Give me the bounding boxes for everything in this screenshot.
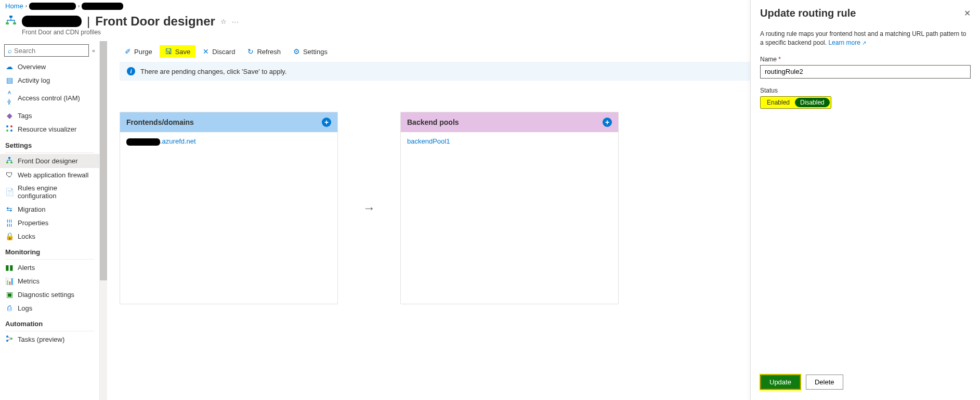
sidebar-item-alerts[interactable]: ▮▮Alerts xyxy=(0,261,99,274)
sidebar-item-label: Front Door designer xyxy=(18,157,78,165)
visualizer-icon xyxy=(5,125,14,134)
sidebar-item-tasks[interactable]: Tasks (preview) xyxy=(0,332,99,346)
discard-button[interactable]: ✕Discard xyxy=(198,45,240,58)
log-icon: ▤ xyxy=(5,76,14,84)
panel-title: Update routing rule xyxy=(760,7,856,19)
arrow-right-icon: → xyxy=(359,112,380,304)
page-title: Front Door designer xyxy=(95,14,215,29)
sidebar-item-label: Activity log xyxy=(18,76,50,84)
svg-point-6 xyxy=(10,130,12,132)
status-disabled-option[interactable]: Disabled xyxy=(795,98,830,107)
info-icon: i xyxy=(127,67,135,75)
metrics-icon: 📊 xyxy=(5,277,14,285)
svg-rect-7 xyxy=(8,157,10,159)
cmd-label: Settings xyxy=(303,48,328,56)
frontend-item[interactable]: .azurefd.net xyxy=(126,137,196,145)
panel-footer: Update Delete xyxy=(760,375,843,390)
favorite-star-icon[interactable]: ☆ xyxy=(220,18,227,25)
firewall-icon: 🛡 xyxy=(5,171,14,179)
svg-point-4 xyxy=(10,125,12,127)
sidebar-item-label: Tags xyxy=(18,112,32,120)
sidebar-item-label: Alerts xyxy=(18,264,35,272)
status-label: Status xyxy=(760,87,971,94)
rules-icon: 📄 xyxy=(5,188,14,196)
sidebar-item-rules-engine[interactable]: 📄Rules engine configuration xyxy=(0,182,99,202)
frontend-redacted xyxy=(126,138,160,146)
svg-rect-9 xyxy=(10,162,12,163)
resource-icon xyxy=(5,15,17,28)
sidebar-item-metrics[interactable]: 📊Metrics xyxy=(0,274,99,288)
logs-icon: ⎙ xyxy=(5,304,14,312)
frontends-card-header: Frontends/domains + xyxy=(120,112,337,132)
search-input[interactable] xyxy=(14,47,85,55)
collapse-sidebar-icon[interactable]: « xyxy=(92,47,95,54)
refresh-button[interactable]: ↻Refresh xyxy=(242,45,286,58)
scrollbar-thumb[interactable] xyxy=(100,41,107,280)
refresh-icon: ↻ xyxy=(247,47,254,56)
learn-more-text: Learn more xyxy=(828,39,860,46)
sidebar-item-label: Overview xyxy=(18,63,46,71)
divider xyxy=(5,152,94,153)
sidebar-item-diagnostic[interactable]: ▣Diagnostic settings xyxy=(0,288,99,301)
sidebar-group-automation: Automation xyxy=(0,315,99,330)
banner-text: There are pending changes, click 'Save' … xyxy=(140,68,287,75)
lock-icon: 🔒 xyxy=(5,232,14,240)
name-label: Name * xyxy=(760,56,971,63)
close-panel-button[interactable]: ✕ xyxy=(964,8,971,18)
backend-item[interactable]: backendPool1 xyxy=(407,137,450,145)
sidebar-item-locks[interactable]: 🔒Locks xyxy=(0,229,99,243)
sidebar-item-migration[interactable]: ⇆Migration xyxy=(0,202,99,216)
status-field: Status Enabled Disabled xyxy=(760,87,971,109)
sidebar-item-activity-log[interactable]: ▤Activity log xyxy=(0,73,99,87)
chevron-right-icon: › xyxy=(78,3,80,9)
update-button[interactable]: Update xyxy=(760,375,801,390)
panel-description: A routing rule maps your frontend host a… xyxy=(760,30,971,47)
sidebar-item-overview[interactable]: ☁Overview xyxy=(0,60,99,73)
learn-more-link[interactable]: Learn more ↗ xyxy=(828,39,866,46)
diagnostic-icon: ▣ xyxy=(5,290,14,299)
sidebar-scrollbar[interactable] xyxy=(100,41,107,400)
sidebar-item-properties[interactable]: ¦¦¦Properties xyxy=(0,216,99,229)
sidebar-item-label: Access control (IAM) xyxy=(18,94,80,102)
frontends-card: Frontends/domains + .azurefd.net xyxy=(120,112,338,304)
sidebar-item-front-door-designer[interactable]: Front Door designer xyxy=(0,154,99,168)
breadcrumb-home[interactable]: Home xyxy=(5,2,23,10)
svg-rect-1 xyxy=(6,22,9,24)
svg-rect-8 xyxy=(6,162,8,163)
sidebar-item-resource-visualizer[interactable]: Resource visualizer xyxy=(0,122,99,136)
card-title: Frontends/domains xyxy=(126,118,194,126)
delete-button[interactable]: Delete xyxy=(806,375,843,390)
sidebar-group-monitoring: Monitoring xyxy=(0,243,99,258)
cmd-label: Save xyxy=(175,48,191,56)
backends-card-body: backendPool1 xyxy=(401,132,618,150)
routing-rule-panel: Update routing rule ✕ A routing rule map… xyxy=(750,0,980,400)
backends-card-header: Backend pools + xyxy=(401,112,618,132)
sidebar-search[interactable]: ⌕ xyxy=(4,44,89,57)
sidebar-item-waf[interactable]: 🛡Web application firewall xyxy=(0,168,99,182)
status-enabled-option[interactable]: Enabled xyxy=(762,98,795,107)
sidebar-item-tags[interactable]: ◆Tags xyxy=(0,109,99,122)
svg-point-5 xyxy=(6,130,8,132)
tag-icon: ◆ xyxy=(5,111,14,120)
sidebar-item-label: Logs xyxy=(18,304,32,312)
sidebar-item-label: Resource visualizer xyxy=(18,125,76,133)
more-menu-icon[interactable]: ··· xyxy=(232,18,239,25)
properties-icon: ¦¦¦ xyxy=(5,218,14,227)
save-button[interactable]: 🖫Save xyxy=(160,45,196,58)
designer-icon xyxy=(5,157,14,165)
frontend-suffix: .azurefd.net xyxy=(160,137,196,145)
purge-button[interactable]: ✐Purge xyxy=(120,45,158,58)
svg-point-3 xyxy=(6,125,8,127)
resource-name-redacted xyxy=(22,16,82,27)
name-input[interactable] xyxy=(760,65,971,79)
sidebar-group-settings: Settings xyxy=(0,136,99,151)
sidebar-item-label: Properties xyxy=(18,219,48,227)
divider xyxy=(5,331,94,331)
sidebar-item-logs[interactable]: ⎙Logs xyxy=(0,301,99,315)
sidebar-item-iam[interactable]: ᴬ🛉Access control (IAM) xyxy=(0,87,99,109)
add-frontend-button[interactable]: + xyxy=(322,118,331,127)
add-backend-button[interactable]: + xyxy=(603,118,612,127)
svg-rect-0 xyxy=(9,16,12,18)
settings-button[interactable]: ⚙Settings xyxy=(288,45,333,58)
sidebar-item-label: Migration xyxy=(18,205,45,213)
